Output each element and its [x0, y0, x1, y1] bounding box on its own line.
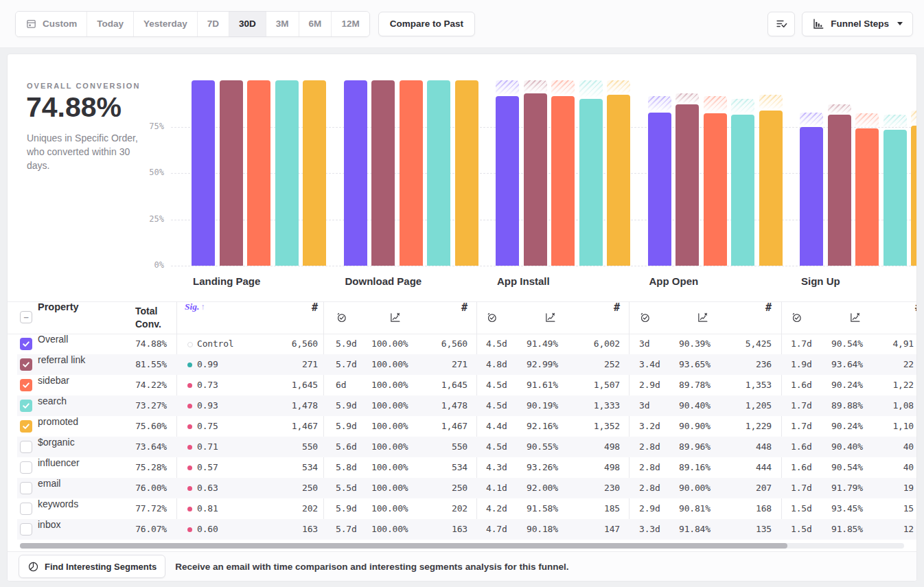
step-count: 15 [831, 498, 914, 519]
row-checkbox-promoted[interactable] [20, 420, 32, 433]
significance-value: 0.63 [197, 478, 218, 498]
significance-dot [187, 507, 192, 511]
row-checkbox-influencer[interactable] [20, 461, 32, 474]
funnel-step-label: App Open [649, 275, 699, 287]
row-checkbox--organic[interactable] [20, 441, 32, 453]
funnel-bar-referral-link[interactable] [524, 93, 547, 266]
funnel-bar-overall[interactable] [800, 127, 823, 266]
funnel-bar-search[interactable] [579, 99, 603, 266]
step-count: 1,645 [234, 375, 318, 395]
step-count: 135 [689, 519, 772, 540]
step-count: 498 [538, 457, 620, 478]
funnel-bar-referral-link[interactable] [220, 80, 243, 266]
funnel-bar-sidebar[interactable] [400, 80, 423, 266]
significance-dot [187, 486, 192, 491]
count-column-header: # [689, 301, 772, 322]
significance-dot [187, 445, 192, 450]
chart-gridline [171, 266, 917, 266]
time-to-convert-icon [639, 312, 651, 323]
funnel-bar-overall[interactable] [344, 80, 367, 266]
date-range-custom[interactable]: Custom [16, 12, 87, 36]
step-count: 550 [234, 437, 318, 457]
step-time: 1.7d [791, 395, 812, 416]
funnel-bar-referral-link[interactable] [675, 104, 699, 266]
step-time: 4.3d [486, 457, 507, 478]
funnel-bar-sidebar[interactable] [704, 113, 727, 266]
funnel-bar-overall[interactable] [496, 96, 519, 266]
funnel-bar-overall[interactable] [648, 113, 671, 266]
funnel-bar-search[interactable] [427, 80, 450, 266]
funnel-bar-search[interactable] [731, 115, 754, 266]
significance-dot [187, 424, 192, 429]
funnel-bar-overall[interactable] [192, 80, 215, 266]
step-time: 5.9d [336, 498, 357, 519]
funnel-bar-promoted[interactable] [455, 80, 478, 266]
bar-chart-icon [812, 18, 824, 30]
funnel-bar-sidebar[interactable] [855, 128, 879, 266]
step-time: 2.8d [639, 457, 660, 478]
compare-to-past-button[interactable]: Compare to Past [378, 12, 475, 36]
funnel-bar-promoted[interactable] [607, 95, 630, 266]
date-range-3m[interactable]: 3M [266, 12, 299, 36]
step-count: 271 [234, 354, 318, 375]
step-count: 6,002 [538, 334, 620, 354]
dropoff-cap [496, 80, 519, 96]
funnel-bar-sidebar[interactable] [247, 80, 270, 266]
date-range-12m[interactable]: 12M [332, 12, 369, 36]
funnel-bar-promoted[interactable] [911, 126, 917, 266]
row-checkbox-inbox[interactable] [20, 523, 32, 536]
property-column-header: Property [38, 301, 79, 322]
funnel-bar-search[interactable] [883, 130, 907, 266]
dropoff-cap [579, 80, 603, 98]
total-conversion-value: 77.72% [95, 498, 167, 519]
step-count: 1,22 [831, 375, 914, 395]
step-count: 1,467 [234, 416, 318, 437]
total-conversion-value: 75.28% [95, 457, 167, 478]
time-to-convert-icon [791, 312, 802, 323]
column-divider [176, 301, 177, 540]
funnel-bar-sidebar[interactable] [551, 96, 575, 266]
funnel-bar-promoted[interactable] [759, 111, 783, 266]
row-checkbox-overall[interactable] [20, 338, 32, 350]
step-time: 1.7d [791, 334, 812, 354]
total-conversion-header: Total Conv. [135, 305, 161, 325]
step-count: 163 [234, 519, 318, 540]
horizontal-scrollbar-thumb[interactable] [20, 543, 787, 549]
property-name: search [38, 395, 67, 416]
select-all-checkbox[interactable]: – [20, 311, 32, 323]
step-time: 1.6d [791, 375, 812, 395]
y-axis-tick-label: 0% [134, 260, 164, 270]
funnel-bar-referral-link[interactable] [828, 115, 851, 266]
funnel-bar-referral-link[interactable] [371, 80, 395, 266]
step-count: 5,425 [689, 334, 772, 354]
dropoff-cap [800, 113, 823, 127]
funnel-bar-search[interactable] [275, 80, 299, 266]
row-checkbox-sidebar[interactable] [20, 379, 32, 391]
funnel-steps-dropdown[interactable]: Funnel Steps [802, 12, 913, 36]
row-checkbox-search[interactable] [20, 400, 32, 412]
date-range-30d[interactable]: 30D [229, 12, 266, 36]
row-checkbox-referral-link[interactable] [20, 358, 32, 371]
step-count: 40 [831, 457, 914, 478]
significance-column-header[interactable]: Sig.↑ [185, 301, 205, 322]
significance-value: 0.73 [197, 375, 218, 395]
step-count: 6,560 [385, 334, 467, 354]
list-check-button[interactable] [767, 12, 795, 36]
step-count: 40 [831, 437, 914, 457]
row-checkbox-email[interactable] [20, 482, 32, 494]
funnel-bar-promoted[interactable] [303, 80, 326, 266]
step-time: 1.9d [791, 354, 812, 375]
step-time: 1.7d [791, 478, 812, 498]
date-range-7d[interactable]: 7D [198, 12, 229, 36]
date-range-yesterday[interactable]: Yesterday [134, 12, 198, 36]
count-column-header: # [234, 301, 318, 322]
row-checkbox-keywords[interactable] [20, 503, 32, 515]
date-range-6m[interactable]: 6M [299, 12, 332, 36]
total-conversion-value: 75.60% [95, 416, 167, 437]
dropoff-cap [883, 115, 907, 130]
significance-value: 0.81 [197, 498, 218, 519]
step-time: 6d [336, 375, 346, 395]
date-range-today[interactable]: Today [87, 12, 134, 36]
find-interesting-segments-button[interactable]: Find Interesting Segments [19, 555, 165, 578]
count-column-header: # [538, 301, 620, 322]
